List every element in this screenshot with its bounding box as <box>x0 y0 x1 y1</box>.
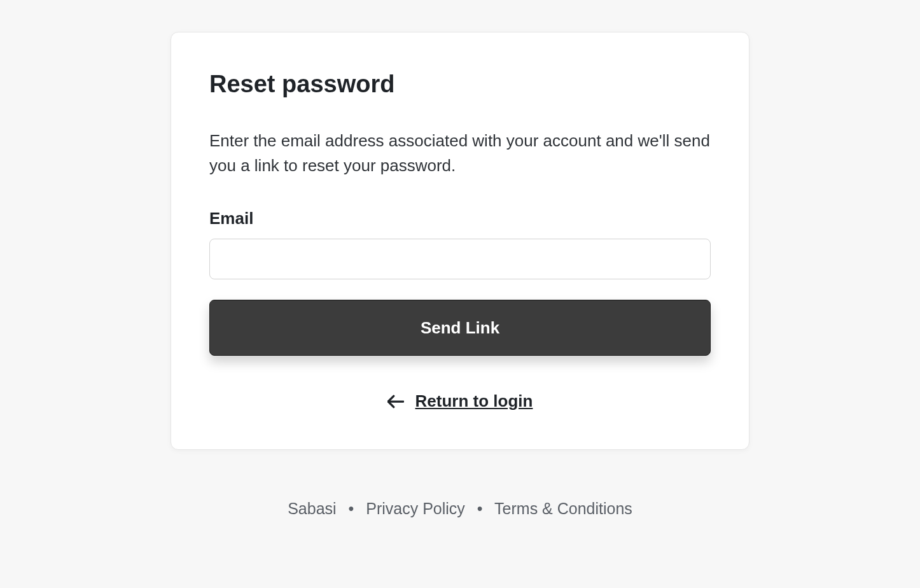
send-link-button[interactable]: Send Link <box>209 300 711 356</box>
return-to-login[interactable]: Return to login <box>209 391 711 411</box>
email-label: Email <box>209 209 711 228</box>
page-title: Reset password <box>209 71 711 98</box>
instruction-text: Enter the email address associated with … <box>209 129 711 178</box>
reset-password-card: Reset password Enter the email address a… <box>171 32 749 450</box>
footer: Sabasi • Privacy Policy • Terms & Condit… <box>0 500 920 518</box>
return-link-text: Return to login <box>415 391 533 411</box>
arrow-left-icon <box>387 395 404 409</box>
footer-privacy-link[interactable]: Privacy Policy <box>366 500 465 517</box>
footer-terms-link[interactable]: Terms & Conditions <box>494 500 632 517</box>
footer-separator: • <box>477 500 483 517</box>
email-field[interactable] <box>209 239 711 279</box>
footer-separator: • <box>349 500 354 517</box>
footer-brand-link[interactable]: Sabasi <box>288 500 336 517</box>
